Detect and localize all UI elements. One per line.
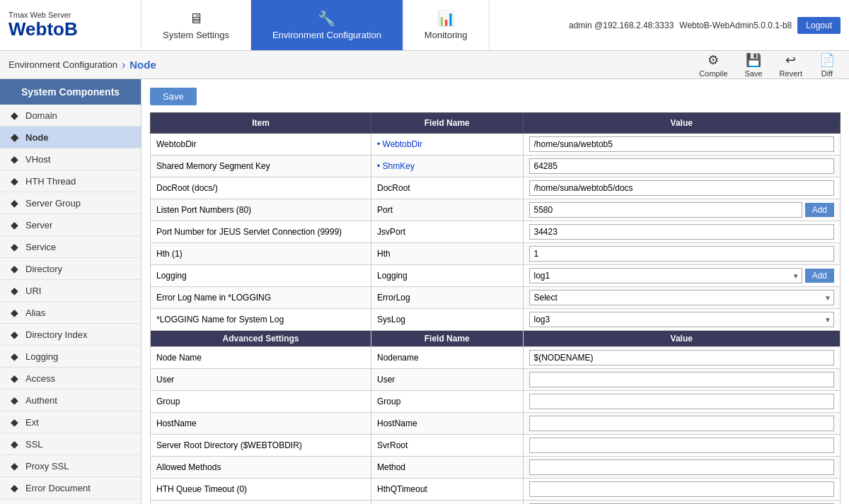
sidebar-item-vhost[interactable]: ◆ VHost xyxy=(0,148,141,170)
sidebar-item-hth-thread[interactable]: ◆ HTH Thread xyxy=(0,170,141,192)
sidebar-item-alias[interactable]: ◆ Alias xyxy=(0,302,141,324)
sidebar-item-proxy-ssl-label: Proxy SSL xyxy=(25,461,69,471)
sidebar-item-ssl[interactable]: ◆ SSL xyxy=(0,433,141,455)
value-input[interactable] xyxy=(529,202,802,218)
top-nav: Tmax Web Server WebtoB 🖥 System Settings… xyxy=(0,0,849,51)
field-name: ErrorLog xyxy=(377,293,410,303)
uri-icon: ◆ xyxy=(8,285,20,296)
field-cell: Group xyxy=(371,391,524,413)
sidebar: System Components ◆ Domain ◆ Node ◆ VHos… xyxy=(0,79,142,504)
sidebar-item-domain[interactable]: ◆ Domain xyxy=(0,105,141,127)
value-input[interactable] xyxy=(529,224,835,240)
sidebar-item-logging[interactable]: ◆ Logging xyxy=(0,346,141,368)
value-cell: Add xyxy=(523,199,841,221)
value-cell xyxy=(523,369,841,391)
field-name: Method xyxy=(377,462,405,472)
field-name: Hth xyxy=(377,249,391,259)
value-cell xyxy=(523,457,841,479)
sidebar-item-service[interactable]: ◆ Service xyxy=(0,236,141,258)
revert-label: Revert xyxy=(780,69,802,78)
value-select[interactable]: log3log1log2 xyxy=(529,312,835,327)
value-input[interactable] xyxy=(529,416,835,431)
system-settings-icon: 🖥 xyxy=(189,11,203,27)
field-cell: Port xyxy=(371,199,524,221)
value-cell xyxy=(523,500,841,505)
field-name: SvrRoot xyxy=(377,440,408,450)
field-cell: Nodename xyxy=(371,347,524,369)
value-input[interactable] xyxy=(529,372,835,387)
item-cell: Listen Port Numbers (80) xyxy=(151,199,371,221)
field-link[interactable]: WebtobDir xyxy=(377,139,422,149)
nav-monitoring[interactable]: 📊 Monitoring xyxy=(403,0,490,50)
item-cell: Group xyxy=(151,391,371,413)
directory-icon: ◆ xyxy=(8,263,20,274)
value-cell xyxy=(523,391,841,413)
header-field: Field Name xyxy=(371,113,524,134)
value-cell: log3log1log2▼ xyxy=(523,309,841,331)
table-row: Port Number for JEUS Servlet Connection … xyxy=(151,221,841,243)
ssl-icon: ◆ xyxy=(8,438,20,450)
item-cell: Port Number for JEUS Servlet Connection … xyxy=(151,221,371,243)
sidebar-item-authent[interactable]: ◆ Authent xyxy=(0,389,141,411)
header-item: Item xyxy=(151,113,371,134)
item-cell: DocRoot (docs/) xyxy=(151,177,371,199)
value-input[interactable] xyxy=(529,350,835,365)
monitoring-icon: 📊 xyxy=(437,10,455,27)
value-input[interactable] xyxy=(529,394,835,409)
sidebar-item-expires[interactable]: ◆ Expires xyxy=(0,499,141,504)
service-icon: ◆ xyxy=(8,241,20,252)
value-cell xyxy=(523,347,841,369)
compile-button[interactable]: ⚙ Compile xyxy=(693,51,733,79)
nav-system-settings[interactable]: 🖥 System Settings xyxy=(142,0,251,50)
value-input[interactable] xyxy=(529,459,835,475)
logout-button[interactable]: Logout xyxy=(797,17,841,34)
field-link[interactable]: ShmKey xyxy=(377,161,415,171)
sidebar-item-node[interactable]: ◆ Node xyxy=(0,127,141,148)
value-input[interactable] xyxy=(529,158,835,174)
table-row: Error Log Name in *LOGGING ErrorLog Sele… xyxy=(151,287,841,309)
toolbar: Environment Configuration › Node ⚙ Compi… xyxy=(0,51,849,79)
sidebar-item-proxy-ssl[interactable]: ◆ Proxy SSL xyxy=(0,455,141,477)
save-toolbar-button[interactable]: 💾 Save xyxy=(739,51,768,79)
value-input[interactable] xyxy=(529,481,835,497)
sidebar-item-directory[interactable]: ◆ Directory xyxy=(0,258,141,280)
sidebar-item-hth-label: HTH Thread xyxy=(25,176,76,187)
sidebar-item-vhost-label: VHost xyxy=(25,154,50,165)
field-cell: Hth xyxy=(371,243,524,265)
value-select[interactable]: log1log2log3 xyxy=(529,268,802,283)
nav-environment-configuration[interactable]: 🔧 Environment Configuration xyxy=(251,0,403,50)
field-name: Group xyxy=(377,397,400,406)
table-row: Logging Logging log1log2log3▼Add xyxy=(151,265,841,287)
item-cell: Logging xyxy=(151,265,371,287)
sidebar-item-server-group[interactable]: ◆ Server Group xyxy=(0,192,141,214)
sidebar-item-ext[interactable]: ◆ Ext xyxy=(0,411,141,433)
sidebar-item-access[interactable]: ◆ Access xyxy=(0,368,141,389)
config-table: Item Field Name Value WebtobDir WebtobDi… xyxy=(150,112,841,504)
value-input[interactable] xyxy=(529,180,835,196)
table-row: Server Root Directory ($WEBTOBDIR) SvrRo… xyxy=(151,435,841,457)
vhost-icon: ◆ xyxy=(8,153,20,165)
value-select[interactable]: Select xyxy=(529,290,835,305)
item-cell: Hth (1) xyxy=(151,243,371,265)
authent-icon: ◆ xyxy=(8,394,20,406)
sidebar-item-uri[interactable]: ◆ URI xyxy=(0,280,141,302)
value-input[interactable] xyxy=(529,246,835,262)
access-icon: ◆ xyxy=(8,373,20,384)
add-button[interactable]: Add xyxy=(805,203,834,217)
value-input[interactable] xyxy=(529,438,835,453)
table-row: HTH Queue Timeout (0) HthQTimeout xyxy=(151,479,841,500)
save-button[interactable]: Save xyxy=(150,88,197,105)
content-area: Save Item Field Name Value WebtobDir Web… xyxy=(142,79,849,504)
revert-button[interactable]: ↩ Revert xyxy=(774,51,808,79)
field-cell: SysLog xyxy=(371,309,524,331)
field-name: Nodename xyxy=(377,353,419,363)
sidebar-item-error-document[interactable]: ◆ Error Document xyxy=(0,477,141,499)
compile-icon: ⚙ xyxy=(708,52,719,68)
value-input[interactable] xyxy=(529,136,835,152)
diff-button[interactable]: 📄 Diff xyxy=(814,51,841,79)
sidebar-item-directory-index[interactable]: ◆ Directory Index xyxy=(0,324,141,346)
advanced-section-header: Advanced Settings Field Name Value xyxy=(151,331,841,347)
sidebar-item-server[interactable]: ◆ Server xyxy=(0,214,141,236)
add-button[interactable]: Add xyxy=(805,269,834,283)
field-cell: JsvPort xyxy=(371,221,524,243)
